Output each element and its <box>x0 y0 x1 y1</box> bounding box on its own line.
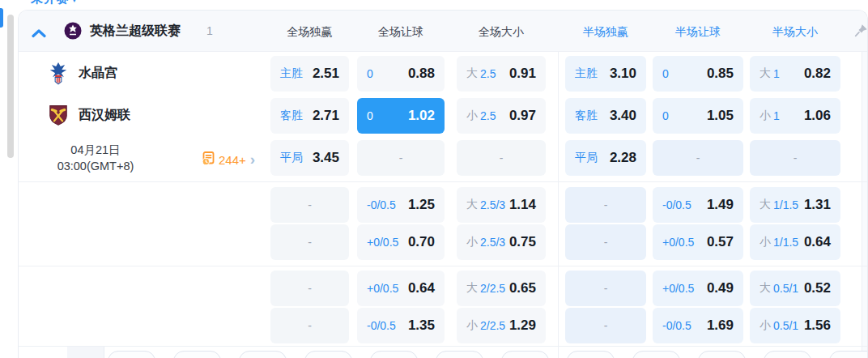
odds-cell[interactable]: +0/0.50.49 <box>653 271 743 306</box>
odds-cell[interactable]: 小11.06 <box>750 98 840 134</box>
odds-cell[interactable]: 主胜2.51 <box>270 56 349 92</box>
market-filter-pill[interactable] <box>239 351 287 358</box>
match-time: 03:00(GMT+8) <box>27 158 164 174</box>
status-tab-not-started[interactable]: 未开赛▾ <box>31 0 78 6</box>
odds-value: 0.82 <box>804 66 831 82</box>
odds-line-prefix: 小 <box>466 318 478 333</box>
vertical-scrollbar-thumb[interactable] <box>7 15 14 158</box>
odds-column-header: 半场独赢 <box>583 25 628 40</box>
odds-line-label: 1 <box>773 67 780 80</box>
odds-dash: - <box>308 319 312 332</box>
odds-cell-disabled: - <box>357 140 445 176</box>
league-title: 英格兰超级联赛 <box>90 23 181 40</box>
odds-value: 0.85 <box>707 66 734 82</box>
odds-value: 0.52 <box>804 280 831 296</box>
odds-value: 1.49 <box>707 197 734 213</box>
odds-line-label: 0 <box>367 67 373 80</box>
odds-cell[interactable]: 客胜3.40 <box>565 98 646 134</box>
market-filter-pill[interactable] <box>698 351 746 358</box>
odds-dash: - <box>500 151 504 164</box>
market-filter-pill[interactable] <box>632 351 680 358</box>
west-ham-crest-icon <box>48 104 69 129</box>
odds-line-label: +0/0.5 <box>662 282 694 295</box>
odds-cell[interactable]: -0/0.51.25 <box>357 187 445 223</box>
odds-dash: - <box>308 236 312 249</box>
market-filter-pill[interactable] <box>370 351 418 358</box>
odds-cell[interactable]: 小2.5/30.75 <box>457 224 546 260</box>
odds-cell[interactable]: -0/0.51.35 <box>357 308 445 343</box>
away-team-name: 西汉姆联 <box>79 107 130 124</box>
market-filter-pill[interactable] <box>764 351 811 358</box>
odds-line-prefix: 大 <box>466 281 478 296</box>
odds-cell[interactable]: 01.02 <box>357 98 445 134</box>
market-filter-pill[interactable] <box>436 351 483 358</box>
chevron-up-icon[interactable] <box>32 27 46 36</box>
odds-cell[interactable]: 小1/1.50.64 <box>750 224 840 260</box>
away-team-row[interactable]: 西汉姆联 <box>19 98 262 134</box>
odds-cell-disabled: - <box>270 308 349 343</box>
odds-line-label: 主胜 <box>280 66 303 81</box>
odds-cell[interactable]: 大10.82 <box>750 56 840 92</box>
odds-value: 0.91 <box>509 66 536 82</box>
odds-cell[interactable]: +0/0.50.64 <box>357 271 445 306</box>
odds-cell-disabled: - <box>565 224 646 260</box>
odds-cell[interactable]: -0/0.51.49 <box>653 187 743 223</box>
odds-cell[interactable]: 00.88 <box>357 56 445 92</box>
match-datetime: 04月21日 03:00(GMT+8) <box>27 142 164 174</box>
odds-dash: - <box>308 282 312 295</box>
odds-cell[interactable]: 平局2.28 <box>565 140 646 176</box>
odds-cell-disabled: - <box>565 271 646 306</box>
odds-cell[interactable]: 小2.50.97 <box>457 98 546 134</box>
odds-line-label: +0/0.5 <box>367 282 398 295</box>
market-filter-pill[interactable] <box>567 351 615 358</box>
odds-cell[interactable]: 大2.5/31.14 <box>457 187 546 223</box>
odds-cell-disabled: - <box>750 140 840 176</box>
odds-cell[interactable]: 00.85 <box>653 56 743 92</box>
odds-line-prefix: 大 <box>760 281 771 296</box>
odds-value: 3.10 <box>610 66 636 82</box>
odds-cell[interactable]: 大0.5/10.52 <box>750 271 840 306</box>
market-filter-pill[interactable] <box>173 351 221 358</box>
odds-cell[interactable]: 主胜3.10 <box>565 56 646 92</box>
pin-icon[interactable] <box>854 23 868 37</box>
odds-dash: - <box>794 151 798 164</box>
odds-line-label: 2.5/3 <box>480 236 505 249</box>
odds-line-label: 客胜 <box>575 109 598 123</box>
odds-line-label: 0 <box>662 67 669 80</box>
odds-cell-disabled: - <box>270 224 349 260</box>
odds-value: 2.71 <box>313 108 339 124</box>
odds-cell[interactable]: 大2.50.91 <box>457 56 546 92</box>
more-markets-button[interactable]: 244+ › <box>201 151 255 168</box>
odds-cell[interactable]: +0/0.50.57 <box>653 224 743 260</box>
odds-cell[interactable]: 大2/2.50.65 <box>457 271 546 306</box>
odds-line-prefix: 小 <box>760 235 771 249</box>
status-tab-label: 未开赛 <box>31 0 70 5</box>
odds-column-header: 全场让球 <box>378 25 423 40</box>
odds-value: 0.88 <box>408 66 435 82</box>
odds-cell[interactable]: 小2/2.51.29 <box>457 308 546 343</box>
odds-cell[interactable]: 客胜2.71 <box>270 98 349 134</box>
odds-cell[interactable]: 平局3.45 <box>270 140 349 176</box>
odds-line-label: 2.5/3 <box>480 198 505 211</box>
odds-cell[interactable]: +0/0.50.70 <box>357 224 445 260</box>
market-filter-pill[interactable] <box>108 351 155 358</box>
market-filter-pill[interactable] <box>304 351 352 358</box>
odds-cell[interactable]: 大1/1.51.31 <box>750 187 840 223</box>
odds-line-prefix: 大 <box>466 66 478 81</box>
home-team-row[interactable]: 水晶宫 <box>19 56 262 92</box>
odds-line-label: 0 <box>662 109 669 122</box>
odds-line-label: 1 <box>773 109 780 122</box>
markets-icon <box>201 151 215 169</box>
more-markets-count: 244+ <box>219 153 246 167</box>
odds-line-prefix: 大 <box>760 198 771 212</box>
market-filter-pill[interactable] <box>501 351 549 358</box>
odds-cell[interactable]: 小0.5/11.56 <box>750 308 840 343</box>
odds-line-label: -0/0.5 <box>367 198 396 211</box>
market-filter-pill[interactable] <box>829 351 868 358</box>
league-header-row[interactable]: 英格兰超级联赛 1 全场独赢全场让球全场大小半场独赢半场让球半场大小 <box>19 11 867 52</box>
odds-value: 1.35 <box>408 318 435 334</box>
odds-line-label: +0/0.5 <box>662 236 694 249</box>
odds-cell[interactable]: 01.05 <box>653 98 743 134</box>
odds-cell[interactable]: -0/0.51.69 <box>653 308 743 343</box>
odds-line-label: 主胜 <box>575 66 598 81</box>
